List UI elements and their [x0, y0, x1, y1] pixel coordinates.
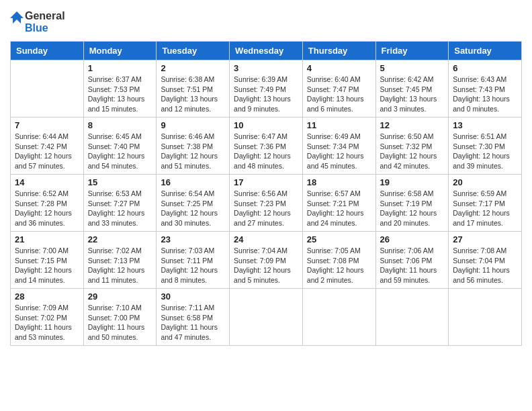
day-header-monday: Monday [83, 42, 157, 60]
cell-info: Sunrise: 7:02 AMSunset: 7:13 PMDaylight:… [88, 246, 152, 285]
calendar-cell: 3Sunrise: 6:39 AMSunset: 7:49 PMDaylight… [230, 60, 303, 118]
day-number: 23 [161, 234, 225, 244]
logo-graphic [10, 10, 24, 34]
day-number: 11 [307, 120, 371, 130]
day-header-tuesday: Tuesday [157, 42, 230, 60]
cell-info: Sunrise: 6:53 AMSunset: 7:27 PMDaylight:… [88, 189, 152, 228]
day-header-saturday: Saturday [449, 42, 522, 60]
day-number: 29 [88, 291, 152, 302]
calendar-cell: 17Sunrise: 6:56 AMSunset: 7:23 PMDayligh… [230, 175, 303, 232]
calendar-cell: 19Sunrise: 6:58 AMSunset: 7:19 PMDayligh… [375, 175, 449, 232]
calendar-cell [375, 289, 449, 346]
cell-info: Sunrise: 6:49 AMSunset: 7:34 PMDaylight:… [307, 132, 371, 171]
calendar-cell: 14Sunrise: 6:52 AMSunset: 7:28 PMDayligh… [11, 175, 84, 232]
calendar-cell [449, 289, 522, 346]
calendar-cell: 6Sunrise: 6:43 AMSunset: 7:43 PMDaylight… [449, 60, 522, 118]
day-number: 17 [234, 177, 298, 187]
calendar-cell: 28Sunrise: 7:09 AMSunset: 7:02 PMDayligh… [11, 289, 84, 346]
day-number: 9 [161, 120, 225, 130]
calendar-cell: 16Sunrise: 6:54 AMSunset: 7:25 PMDayligh… [157, 175, 230, 232]
day-number: 25 [307, 234, 371, 244]
cell-info: Sunrise: 6:57 AMSunset: 7:21 PMDaylight:… [307, 189, 371, 228]
cell-info: Sunrise: 6:58 AMSunset: 7:19 PMDaylight:… [380, 189, 445, 228]
calendar-cell: 27Sunrise: 7:08 AMSunset: 7:04 PMDayligh… [449, 232, 522, 289]
day-number: 16 [161, 177, 225, 187]
day-number: 20 [453, 177, 517, 187]
day-header-thursday: Thursday [302, 42, 375, 60]
day-number: 7 [15, 120, 79, 130]
cell-info: Sunrise: 6:50 AMSunset: 7:32 PMDaylight:… [380, 132, 445, 171]
calendar-cell: 20Sunrise: 6:59 AMSunset: 7:17 PMDayligh… [449, 175, 522, 232]
cell-info: Sunrise: 6:47 AMSunset: 7:36 PMDaylight:… [234, 132, 298, 171]
calendar-cell: 8Sunrise: 6:45 AMSunset: 7:40 PMDaylight… [83, 118, 157, 175]
day-number: 3 [234, 63, 298, 73]
calendar-cell: 18Sunrise: 6:57 AMSunset: 7:21 PMDayligh… [302, 175, 375, 232]
day-number: 6 [453, 63, 517, 73]
day-number: 19 [380, 177, 445, 187]
calendar-cell: 1Sunrise: 6:37 AMSunset: 7:53 PMDaylight… [83, 60, 157, 118]
calendar-cell: 21Sunrise: 7:00 AMSunset: 7:15 PMDayligh… [11, 232, 84, 289]
cell-info: Sunrise: 7:06 AMSunset: 7:06 PMDaylight:… [380, 246, 445, 285]
calendar-cell: 25Sunrise: 7:05 AMSunset: 7:08 PMDayligh… [302, 232, 375, 289]
logo-line1: General [25, 10, 65, 22]
calendar-cell: 26Sunrise: 7:06 AMSunset: 7:06 PMDayligh… [375, 232, 449, 289]
logo-container: General Blue [10, 10, 65, 34]
day-number: 5 [380, 63, 445, 73]
header: General Blue [10, 10, 522, 34]
cell-info: Sunrise: 7:03 AMSunset: 7:11 PMDaylight:… [161, 246, 225, 285]
calendar-table: SundayMondayTuesdayWednesdayThursdayFrid… [10, 41, 522, 346]
day-number: 24 [234, 234, 298, 244]
svg-marker-0 [10, 11, 24, 24]
cell-info: Sunrise: 7:05 AMSunset: 7:08 PMDaylight:… [307, 246, 371, 285]
calendar-cell: 23Sunrise: 7:03 AMSunset: 7:11 PMDayligh… [157, 232, 230, 289]
calendar-cell: 29Sunrise: 7:10 AMSunset: 7:00 PMDayligh… [83, 289, 157, 346]
cell-info: Sunrise: 7:04 AMSunset: 7:09 PMDaylight:… [234, 246, 298, 285]
cell-info: Sunrise: 6:45 AMSunset: 7:40 PMDaylight:… [88, 132, 152, 171]
calendar-cell: 2Sunrise: 6:38 AMSunset: 7:51 PMDaylight… [157, 60, 230, 118]
calendar-cell [230, 289, 303, 346]
cell-info: Sunrise: 6:56 AMSunset: 7:23 PMDaylight:… [234, 189, 298, 228]
cell-info: Sunrise: 6:51 AMSunset: 7:30 PMDaylight:… [453, 132, 517, 171]
cell-info: Sunrise: 6:54 AMSunset: 7:25 PMDaylight:… [161, 189, 225, 228]
calendar-cell [11, 60, 84, 118]
calendar-cell [302, 289, 375, 346]
day-number: 10 [234, 120, 298, 130]
calendar-cell: 10Sunrise: 6:47 AMSunset: 7:36 PMDayligh… [230, 118, 303, 175]
day-number: 1 [88, 63, 152, 73]
calendar-cell: 30Sunrise: 7:11 AMSunset: 6:58 PMDayligh… [157, 289, 230, 346]
day-number: 21 [15, 234, 79, 244]
day-number: 2 [161, 63, 225, 73]
calendar-cell: 11Sunrise: 6:49 AMSunset: 7:34 PMDayligh… [302, 118, 375, 175]
calendar-cell: 5Sunrise: 6:42 AMSunset: 7:45 PMDaylight… [375, 60, 449, 118]
day-number: 27 [453, 234, 517, 244]
cell-info: Sunrise: 6:37 AMSunset: 7:53 PMDaylight:… [88, 75, 152, 114]
cell-info: Sunrise: 7:00 AMSunset: 7:15 PMDaylight:… [15, 246, 79, 285]
calendar-cell: 9Sunrise: 6:46 AMSunset: 7:38 PMDaylight… [157, 118, 230, 175]
cell-info: Sunrise: 6:40 AMSunset: 7:47 PMDaylight:… [307, 75, 371, 114]
day-number: 8 [88, 120, 152, 130]
calendar-cell: 22Sunrise: 7:02 AMSunset: 7:13 PMDayligh… [83, 232, 157, 289]
calendar-cell: 15Sunrise: 6:53 AMSunset: 7:27 PMDayligh… [83, 175, 157, 232]
cell-info: Sunrise: 6:44 AMSunset: 7:42 PMDaylight:… [15, 132, 79, 171]
cell-info: Sunrise: 6:43 AMSunset: 7:43 PMDaylight:… [453, 75, 517, 114]
calendar-cell: 24Sunrise: 7:04 AMSunset: 7:09 PMDayligh… [230, 232, 303, 289]
cell-info: Sunrise: 6:38 AMSunset: 7:51 PMDaylight:… [161, 75, 225, 114]
cell-info: Sunrise: 6:42 AMSunset: 7:45 PMDaylight:… [380, 75, 445, 114]
calendar-cell: 12Sunrise: 6:50 AMSunset: 7:32 PMDayligh… [375, 118, 449, 175]
day-header-friday: Friday [375, 42, 449, 60]
cell-info: Sunrise: 6:59 AMSunset: 7:17 PMDaylight:… [453, 189, 517, 228]
day-number: 14 [15, 177, 79, 187]
day-number: 28 [15, 291, 79, 302]
day-header-wednesday: Wednesday [230, 42, 303, 60]
calendar-cell: 13Sunrise: 6:51 AMSunset: 7:30 PMDayligh… [449, 118, 522, 175]
cell-info: Sunrise: 6:39 AMSunset: 7:49 PMDaylight:… [234, 75, 298, 114]
day-number: 22 [88, 234, 152, 244]
cell-info: Sunrise: 7:10 AMSunset: 7:00 PMDaylight:… [88, 303, 152, 342]
cell-info: Sunrise: 6:46 AMSunset: 7:38 PMDaylight:… [161, 132, 225, 171]
cell-info: Sunrise: 7:09 AMSunset: 7:02 PMDaylight:… [15, 303, 79, 342]
cell-info: Sunrise: 7:08 AMSunset: 7:04 PMDaylight:… [453, 246, 517, 285]
cell-info: Sunrise: 6:52 AMSunset: 7:28 PMDaylight:… [15, 189, 79, 228]
day-number: 18 [307, 177, 371, 187]
day-number: 4 [307, 63, 371, 73]
day-header-sunday: Sunday [11, 42, 84, 60]
